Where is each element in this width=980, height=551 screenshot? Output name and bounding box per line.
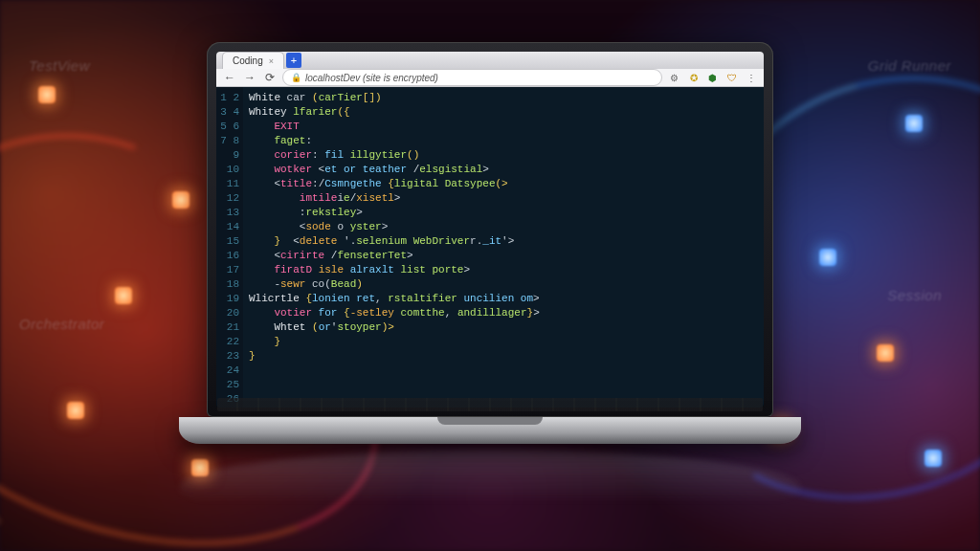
- browser-tabbar: Coding × +: [216, 52, 764, 69]
- screen: Coding × + ← → ⟳ 🔒 localhostDev (site is…: [216, 52, 764, 408]
- kebab-icon: ⋮: [746, 73, 756, 83]
- plus-icon: +: [291, 55, 297, 66]
- back-button[interactable]: ←: [222, 70, 237, 85]
- bg-label: Session: [887, 287, 942, 303]
- ext-icon-shield[interactable]: 🛡: [724, 71, 739, 85]
- bg-node: [67, 402, 84, 419]
- tab-close-icon[interactable]: ×: [269, 56, 274, 66]
- bg-node: [905, 115, 923, 132]
- ext-icon-settings[interactable]: ⚙: [667, 71, 681, 85]
- code-line: -sewr co(Bead): [249, 277, 758, 292]
- code-line: Whitey lfarier({: [249, 105, 758, 120]
- code-line: votier for {-setley comtthe, andilllager…: [249, 306, 758, 320]
- line-gutter: 1 2 3 4 5 6 7 8 9 10 11 12 13 14 15 16 1…: [216, 87, 243, 408]
- code-line: :rekstley>: [249, 206, 758, 220]
- keyboard: [217, 398, 763, 411]
- bg-label: Orchestrator: [19, 316, 104, 332]
- url-text: localhostDev (site is encrypted): [305, 73, 438, 83]
- bg-node: [819, 249, 836, 266]
- reload-button[interactable]: ⟳: [262, 70, 278, 85]
- star-icon: ✪: [690, 73, 698, 83]
- forward-button[interactable]: →: [242, 70, 257, 85]
- forward-icon: →: [244, 71, 256, 84]
- code-line: White car (carTier[]): [249, 91, 758, 105]
- bg-label: TestView: [29, 57, 90, 74]
- tab-title: Coding: [233, 55, 263, 66]
- code-content[interactable]: White car (carTier[])Whitey lfarier({ EX…: [243, 87, 764, 408]
- address-bar[interactable]: 🔒 localhostDev (site is encrypted): [282, 69, 662, 86]
- bg-node: [38, 86, 56, 103]
- laptop: Coding × + ← → ⟳ 🔒 localhostDev (site is…: [207, 42, 773, 444]
- screen-bezel: Coding × + ← → ⟳ 🔒 localhostDev (site is…: [207, 42, 773, 417]
- ext-icon-hex[interactable]: ⬢: [705, 71, 720, 85]
- code-line: Whtet (or'stoyper)>: [249, 320, 758, 335]
- code-line: EXIT: [249, 120, 758, 134]
- table-reflection: [179, 450, 801, 526]
- code-line: <cirirte /fenseterTet>: [249, 249, 758, 263]
- new-tab-button[interactable]: +: [286, 53, 301, 68]
- code-line: faget:: [249, 134, 758, 148]
- bg-node: [115, 287, 132, 304]
- code-line: }: [249, 349, 758, 364]
- lock-icon: 🔒: [291, 73, 301, 82]
- bg-node: [924, 450, 942, 467]
- browser-tab-active[interactable]: Coding ×: [222, 52, 284, 69]
- bg-label: Grid Runner: [868, 57, 951, 74]
- ext-icon-star[interactable]: ✪: [686, 71, 701, 85]
- laptop-base: [179, 417, 801, 444]
- code-line: Wlicrtle {lonien ret, rstaltifier uncili…: [249, 292, 758, 306]
- code-line: firatD isle alraxlt list porte>: [249, 263, 758, 277]
- code-line: <sode o yster>: [249, 220, 758, 234]
- code-line: corier: fil illgytier(): [249, 148, 758, 163]
- back-icon: ←: [224, 71, 235, 84]
- ext-icon-menu[interactable]: ⋮: [744, 71, 758, 85]
- code-line: }: [249, 335, 758, 349]
- shield-icon: 🛡: [727, 73, 737, 83]
- code-line: wotker <et or teather /elsgistial>: [249, 163, 758, 177]
- code-line: imtileie/xisetl>: [249, 191, 758, 206]
- code-line: <title:/Csmngethe {ligital Datsypee(>: [249, 177, 758, 191]
- code-line: } <delete '.selenium WebDriverr._it'>: [249, 234, 758, 249]
- bg-node: [172, 191, 189, 209]
- hex-icon: ⬢: [708, 73, 717, 83]
- reload-icon: ⟳: [265, 71, 275, 84]
- code-editor[interactable]: 1 2 3 4 5 6 7 8 9 10 11 12 13 14 15 16 1…: [216, 87, 764, 408]
- browser-toolbar: ← → ⟳ 🔒 localhostDev (site is encrypted)…: [216, 69, 764, 87]
- gear-icon: ⚙: [670, 73, 679, 83]
- bg-node: [877, 344, 894, 362]
